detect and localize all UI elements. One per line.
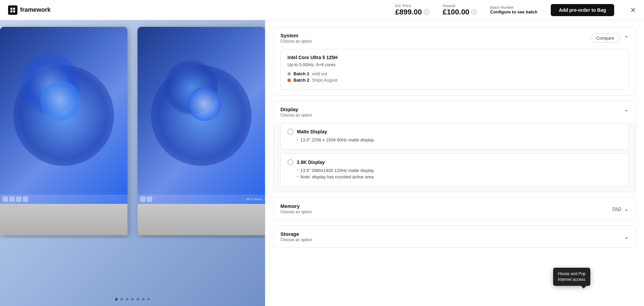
deposit-value: £100.00 i (443, 8, 477, 16)
dot-1[interactable] (115, 298, 118, 301)
laptop-image-left (0, 27, 127, 235)
svg-rect-2 (10, 10, 12, 12)
add-to-bag-button[interactable]: Add pre-order to Bag (551, 4, 614, 16)
display-chevron-icon: ⌃ (624, 108, 629, 116)
memory-chevron-icon: ⌄ (624, 205, 629, 213)
memory-section-subtitle: Choose an option (280, 210, 312, 214)
matte-display-option[interactable]: Matte Display 13.5" 2256 x 1504 60Hz mat… (280, 123, 629, 149)
system-section-header[interactable]: System Choose an option Compare ⌃ (274, 27, 636, 49)
batch1-dot (287, 72, 291, 76)
system-chevron-icon: ⌃ (624, 35, 629, 42)
display-section-title: Display (280, 106, 312, 112)
storage-section-header[interactable]: Storage Choose an option ⌄ (274, 226, 636, 248)
batch1-status: sold out (312, 71, 327, 76)
matte-display-title: Matte Display (297, 129, 327, 134)
taskbar-icon-r1 (140, 196, 146, 202)
storage-chevron-icon: ⌄ (624, 233, 629, 241)
batch1-row: Batch 1 sold out (287, 71, 622, 76)
system-section-actions: Compare ⌃ (591, 34, 629, 43)
deposit-amount: £100.00 (443, 8, 470, 16)
storage-section-title-block: Storage Choose an option (280, 231, 312, 242)
page-layout: 66°F Sunny System Choose an option (0, 0, 644, 306)
28k-display-title: 2.8K Display (297, 160, 325, 165)
display-section-actions: ⌃ (624, 108, 629, 116)
batch2-row: Batch 2 Ships August (287, 78, 622, 83)
batch-number-label: Batch Number (490, 5, 537, 9)
system-section-subtitle: Choose an option (280, 39, 312, 44)
matte-display-spec-1: 13.5" 2256 x 1504 60Hz matte display (297, 137, 622, 142)
laptop-bottom-right (138, 204, 265, 235)
taskbar-icon-1 (3, 196, 8, 202)
system-card-title: Intel Core Ultra 5 125H (287, 55, 622, 60)
matte-display-specs: 13.5" 2256 x 1504 60Hz matte display (287, 137, 622, 142)
taskbar-icon-4 (23, 196, 28, 202)
tooltip-text: House and PopInternet access (558, 271, 586, 282)
storage-section-actions: ⌄ (624, 233, 629, 241)
deposit-info-icon[interactable]: i (471, 9, 477, 15)
screen-left (0, 27, 127, 204)
dot-5[interactable] (137, 298, 139, 301)
28k-display-radio[interactable] (287, 159, 293, 165)
storage-section-subtitle: Choose an option (280, 237, 312, 242)
memory-section-title-block: Memory Choose an option (280, 203, 312, 214)
dot-4[interactable] (131, 298, 134, 301)
display-options: Matte Display 13.5" 2256 x 1504 60Hz mat… (274, 123, 636, 192)
system-section-title-block: System Choose an option (280, 33, 312, 44)
28k-display-spec-2: Note: display has rounded active area (297, 174, 622, 179)
screen-right: 66°F Sunny (138, 27, 265, 204)
taskbar-icon-2 (9, 196, 15, 202)
display-section: Display Choose an option ⌃ Matte Display (273, 101, 636, 192)
taskbar-icon-r2 (147, 196, 152, 202)
deposit-block: Deposit £100.00 i (443, 4, 477, 16)
compare-button[interactable]: Compare (591, 34, 620, 43)
batch1-name: Batch 1 (293, 71, 309, 76)
logo-mark (8, 5, 17, 15)
system-section: System Choose an option Compare ⌃ Intel … (273, 27, 636, 95)
close-button[interactable]: ✕ (630, 6, 636, 14)
28k-display-spec-1: 13.5" 2880x1920 120Hz matte display (297, 168, 622, 173)
batch2-name: Batch 2 (293, 78, 309, 83)
product-image-area: 66°F Sunny (0, 20, 265, 306)
est-price-value: £899.00 i (395, 8, 429, 16)
dot-2[interactable] (120, 298, 123, 301)
display-section-subtitle: Choose an option (280, 113, 312, 118)
taskbar-icon-3 (16, 196, 21, 202)
memory-section-title: Memory (280, 203, 312, 209)
laptop-bottom-left (0, 204, 127, 235)
storage-section-title: Storage (280, 231, 312, 237)
page-header: framework Est. Price £899.00 i Deposit £… (0, 0, 644, 20)
dot-navigation (115, 298, 150, 301)
svg-rect-0 (10, 8, 12, 10)
deposit-label: Deposit (443, 4, 477, 8)
28k-display-option[interactable]: 2.8K Display 13.5" 2880x1920 120Hz matte… (280, 154, 629, 186)
logo-text: framework (20, 6, 51, 13)
memory-section-actions: FAQ ⌄ (612, 205, 629, 213)
est-price-info-icon[interactable]: i (424, 9, 429, 15)
taskbar-weather: 66°F Sunny (247, 198, 262, 201)
config-panel: System Choose an option Compare ⌃ Intel … (265, 20, 644, 306)
matte-display-radio[interactable] (287, 129, 293, 135)
storage-section: Storage Choose an option ⌄ (273, 225, 636, 248)
system-option-card[interactable]: Intel Core Ultra 5 125H Up to 5.0GHz, 6+… (280, 49, 629, 90)
memory-faq-link[interactable]: FAQ (612, 206, 621, 211)
svg-rect-1 (13, 8, 15, 10)
system-content: Intel Core Ultra 5 125H Up to 5.0GHz, 6+… (274, 49, 636, 95)
28k-display-specs: 13.5" 2880x1920 120Hz matte display Note… (287, 168, 622, 179)
laptop-image-right: 66°F Sunny (138, 27, 265, 235)
tooltip-popup: House and PopInternet access (553, 268, 590, 286)
batch2-status: Ships August (312, 78, 337, 83)
dot-3[interactable] (126, 298, 128, 301)
matte-display-header: Matte Display (287, 129, 622, 135)
header-prices: Est. Price £899.00 i Deposit £100.00 i B… (395, 4, 636, 16)
batch2-dot (287, 79, 291, 82)
memory-section: Memory Choose an option FAQ ⌄ (273, 198, 636, 220)
28k-display-header: 2.8K Display (287, 159, 622, 165)
system-card-spec: Up to 5.0GHz, 6+8 cores (287, 62, 622, 67)
display-section-title-block: Display Choose an option (280, 106, 312, 118)
taskbar-left (0, 194, 127, 204)
display-section-header[interactable]: Display Choose an option ⌃ (274, 101, 636, 123)
dot-7[interactable] (147, 298, 150, 301)
memory-section-header[interactable]: Memory Choose an option FAQ ⌄ (274, 198, 636, 220)
dot-6[interactable] (142, 298, 145, 301)
est-price-block: Est. Price £899.00 i (395, 4, 429, 16)
